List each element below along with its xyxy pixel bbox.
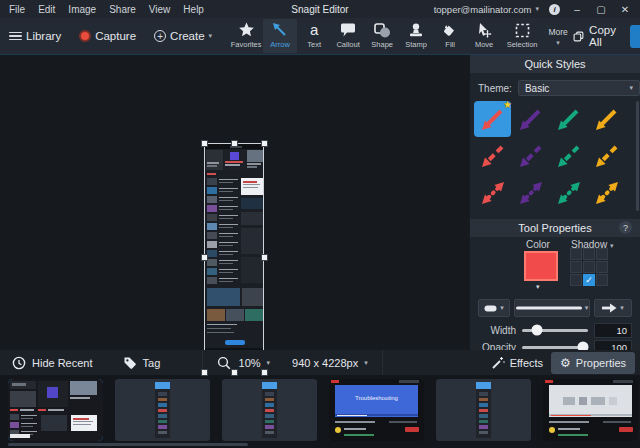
more-tools-button[interactable]: More ▾ xyxy=(543,19,573,53)
selection-icon xyxy=(515,22,530,38)
width-slider-knob[interactable] xyxy=(531,325,542,336)
hide-recent-button[interactable]: Hide Recent xyxy=(12,356,93,370)
capture-button[interactable]: Capture xyxy=(70,30,145,42)
recent-capture-thumbnail[interactable] xyxy=(436,379,531,441)
menu-file[interactable]: File xyxy=(9,4,25,15)
tool-move[interactable]: Move xyxy=(467,19,501,53)
tool-properties-header: Tool Properties ? xyxy=(470,219,640,237)
maximize-button[interactable]: ▢ xyxy=(594,4,608,15)
menu-view[interactable]: View xyxy=(149,4,171,15)
tool-fill[interactable]: Fill xyxy=(433,19,467,53)
tool-shape[interactable]: Shape xyxy=(365,19,399,53)
resize-handle[interactable] xyxy=(201,140,208,147)
tray-scrollbar[interactable] xyxy=(8,443,248,446)
quick-style-arrow[interactable] xyxy=(588,138,625,174)
arrow-head-icon xyxy=(602,303,617,313)
recent-capture-thumbnail[interactable]: Troubleshooting xyxy=(329,379,424,441)
create-label: Create xyxy=(170,30,205,42)
menu-image[interactable]: Image xyxy=(68,4,96,15)
shadow-cell-selected[interactable]: ✓ xyxy=(583,274,595,286)
account-menu[interactable]: topper@mailinator.com ▾ xyxy=(434,4,539,15)
tool-label: Shape xyxy=(371,40,393,49)
tool-selection[interactable]: Selection xyxy=(501,19,543,53)
tool-arrow[interactable]: Arrow xyxy=(263,19,297,53)
arrow-tail-dropdown[interactable]: ▾ xyxy=(478,299,510,317)
tool-callout[interactable]: Callout xyxy=(331,19,365,53)
quick-style-arrow[interactable] xyxy=(550,138,587,174)
plus-icon: + xyxy=(154,30,166,42)
captured-image[interactable] xyxy=(204,143,264,372)
snagit-editor-window: File Edit Image Share View Help Snagit E… xyxy=(0,0,640,448)
library-button[interactable]: Library xyxy=(0,30,70,42)
info-icon[interactable]: i xyxy=(549,4,560,15)
help-icon[interactable]: ? xyxy=(619,221,632,234)
menu-help[interactable]: Help xyxy=(183,4,204,15)
shadow-cell[interactable] xyxy=(596,248,608,260)
shadow-cell[interactable] xyxy=(570,261,582,273)
tool-label: Move xyxy=(475,40,493,49)
create-button[interactable]: + Create ▾ xyxy=(145,30,221,42)
tool-stamp[interactable]: Stamp xyxy=(399,19,433,53)
titlebar: File Edit Image Share View Help Snagit E… xyxy=(0,0,640,18)
quick-style-arrow[interactable] xyxy=(550,175,587,211)
color-label: Color xyxy=(526,239,550,250)
tool-text[interactable]: a Text xyxy=(297,19,331,53)
line-style-dropdown[interactable]: ▾ xyxy=(514,299,590,317)
shadow-cell[interactable] xyxy=(570,274,582,286)
quick-style-arrow[interactable] xyxy=(512,175,549,211)
resize-handle[interactable] xyxy=(201,369,208,376)
theme-dropdown[interactable]: Basic ▾ xyxy=(518,80,640,96)
zoom-level-dropdown[interactable]: 10% ▾ xyxy=(239,357,271,369)
shadow-cell[interactable] xyxy=(583,248,595,260)
recent-capture-thumbnail[interactable] xyxy=(543,379,638,441)
tool-properties-title: Tool Properties xyxy=(518,222,591,234)
quick-style-arrow[interactable] xyxy=(588,175,625,211)
menu-share[interactable]: Share xyxy=(109,4,136,15)
resize-handle[interactable] xyxy=(261,140,268,147)
tag-button[interactable]: Tag xyxy=(123,356,161,370)
tool-label: Callout xyxy=(336,40,359,49)
line-style-icon xyxy=(516,306,582,310)
resize-handle[interactable] xyxy=(231,140,238,147)
shadow-cell[interactable] xyxy=(596,274,608,286)
quick-style-arrow[interactable] xyxy=(512,138,549,174)
menu-edit[interactable]: Edit xyxy=(38,4,55,15)
close-button[interactable]: ✕ xyxy=(618,4,632,15)
quick-style-arrow[interactable] xyxy=(474,138,511,174)
effects-button[interactable]: Effects xyxy=(483,352,551,374)
resize-handle[interactable] xyxy=(201,254,208,261)
quick-style-arrow[interactable] xyxy=(550,101,587,137)
quick-style-arrow[interactable]: ★ xyxy=(474,101,511,137)
arrow-head-dropdown[interactable]: ▾ xyxy=(594,299,632,317)
minimize-button[interactable]: – xyxy=(570,4,584,15)
recent-capture-thumbnail[interactable] xyxy=(8,379,103,441)
dimensions-dropdown[interactable]: 940 x 4228px ▾ xyxy=(292,357,368,369)
shadow-cell[interactable] xyxy=(583,261,595,273)
opacity-slider[interactable] xyxy=(522,346,588,349)
quick-style-arrow[interactable] xyxy=(474,175,511,211)
recent-capture-thumbnail[interactable] xyxy=(222,379,317,441)
copy-all-button[interactable]: Copy All xyxy=(573,24,620,48)
resize-handle[interactable] xyxy=(261,369,268,376)
quick-style-arrow[interactable] xyxy=(512,101,549,137)
share-button[interactable]: Share xyxy=(630,25,640,48)
editor-canvas[interactable] xyxy=(0,56,470,350)
quick-styles-title: Quick Styles xyxy=(524,58,585,70)
width-label: Width xyxy=(478,325,516,336)
width-value[interactable]: 10 xyxy=(594,323,632,338)
quick-style-arrow[interactable] xyxy=(588,101,625,137)
shadow-cell[interactable] xyxy=(596,261,608,273)
tool-favorites[interactable]: Favorites xyxy=(229,19,263,53)
recent-capture-thumbnail[interactable] xyxy=(115,379,210,441)
color-swatch[interactable] xyxy=(524,251,558,281)
properties-button[interactable]: ⚙ Properties xyxy=(551,352,635,374)
chevron-down-icon: ▾ xyxy=(209,32,213,40)
quick-styles-scrollbar[interactable] xyxy=(636,101,639,211)
resize-handle[interactable] xyxy=(261,254,268,261)
shadow-cell[interactable] xyxy=(570,248,582,260)
width-slider[interactable] xyxy=(522,329,588,332)
history-icon xyxy=(12,356,26,370)
tag-icon xyxy=(123,356,137,370)
drawing-tools: Favorites Arrow a Text Callout xyxy=(229,19,573,53)
resize-handle[interactable] xyxy=(231,369,238,376)
